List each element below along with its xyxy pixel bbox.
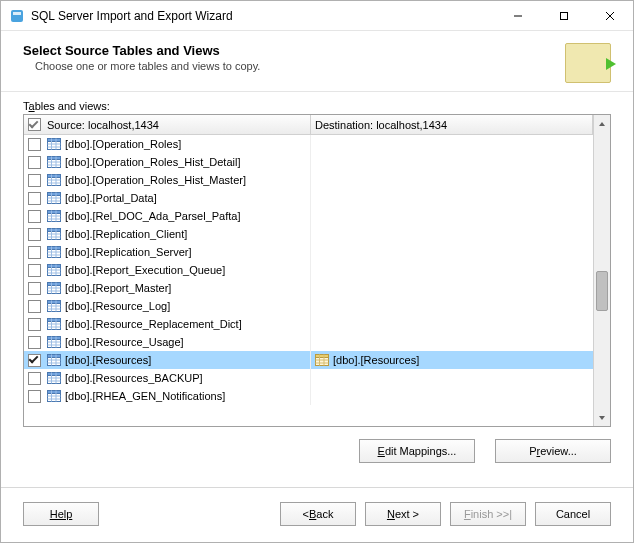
table-row[interactable]: [dbo].[Resources_BACKUP]	[24, 369, 593, 387]
svg-rect-13	[48, 157, 61, 160]
table-row[interactable]: [dbo].[Report_Execution_Queue]	[24, 261, 593, 279]
table-row[interactable]: [dbo].[Operation_Roles]	[24, 135, 593, 153]
row-checkbox[interactable]	[28, 336, 41, 349]
source-cell: [dbo].[Report_Master]	[24, 279, 311, 297]
table-row[interactable]: [dbo].[RHEA_GEN_Notifications]	[24, 387, 593, 405]
tables-views-label: Tables and views:	[23, 100, 611, 112]
row-checkbox[interactable]	[28, 372, 41, 385]
row-checkbox[interactable]	[28, 264, 41, 277]
table-icon	[47, 156, 61, 168]
destination-cell[interactable]	[311, 207, 593, 225]
edit-mappings-button[interactable]: Edit Mappings...	[359, 439, 475, 463]
finish-button[interactable]: Finish >>|	[450, 502, 526, 526]
svg-rect-91	[48, 373, 61, 376]
row-checkbox[interactable]	[28, 318, 41, 331]
row-checkbox[interactable]	[28, 300, 41, 313]
source-cell: [dbo].[Operation_Roles]	[24, 135, 311, 153]
row-checkbox[interactable]	[28, 246, 41, 259]
table-row[interactable]: [dbo].[Resource_Replacement_Dict]	[24, 315, 593, 333]
preview-button[interactable]: Preview...	[495, 439, 611, 463]
scroll-thumb[interactable]	[596, 271, 608, 311]
svg-marker-102	[599, 122, 605, 126]
row-checkbox[interactable]	[28, 156, 41, 169]
svg-rect-31	[48, 211, 61, 214]
select-all-checkbox[interactable]	[28, 118, 41, 131]
scroll-down-button[interactable]	[594, 409, 610, 426]
svg-rect-1	[13, 12, 21, 15]
source-name: [dbo].[Resource_Replacement_Dict]	[65, 318, 242, 330]
source-name: [dbo].[Rel_DOC_Ada_Parsel_Pafta]	[65, 210, 241, 222]
destination-name: [dbo].[Resources]	[333, 354, 419, 366]
table-row[interactable]: [dbo].[Operation_Roles_Hist_Detail]	[24, 153, 593, 171]
table-row[interactable]: [dbo].[Resource_Log]	[24, 297, 593, 315]
close-button[interactable]	[587, 1, 633, 30]
source-cell: [dbo].[Resource_Replacement_Dict]	[24, 315, 311, 333]
source-name: [dbo].[Replication_Client]	[65, 228, 187, 240]
wizard-graphic-icon	[565, 43, 611, 83]
destination-cell[interactable]	[311, 369, 593, 387]
source-name: [dbo].[Resources_BACKUP]	[65, 372, 203, 384]
svg-rect-55	[48, 283, 61, 286]
svg-rect-97	[48, 391, 61, 394]
destination-cell[interactable]	[311, 261, 593, 279]
table-row[interactable]: [dbo].[Replication_Server]	[24, 243, 593, 261]
row-checkbox[interactable]	[28, 390, 41, 403]
scroll-up-button[interactable]	[594, 115, 610, 132]
wizard-footer: Help < Back Next > Finish >>| Cancel	[1, 488, 633, 542]
source-name: [dbo].[Operation_Roles_Hist_Master]	[65, 174, 246, 186]
table-row[interactable]: [dbo].[Portal_Data]	[24, 189, 593, 207]
vertical-scrollbar[interactable]	[593, 115, 610, 426]
table-row[interactable]: [dbo].[Resource_Usage]	[24, 333, 593, 351]
svg-rect-73	[48, 337, 61, 340]
new-table-icon	[315, 354, 329, 366]
back-button[interactable]: < Back	[280, 502, 356, 526]
source-cell: [dbo].[Operation_Roles_Hist_Master]	[24, 171, 311, 189]
row-checkbox[interactable]	[28, 282, 41, 295]
destination-cell[interactable]	[311, 189, 593, 207]
row-checkbox[interactable]	[28, 138, 41, 151]
destination-cell[interactable]	[311, 243, 593, 261]
destination-cell[interactable]	[311, 171, 593, 189]
destination-cell[interactable]	[311, 153, 593, 171]
scroll-track[interactable]	[594, 132, 610, 409]
svg-rect-79	[48, 355, 61, 358]
table-row[interactable]: [dbo].[Resources][dbo].[Resources]	[24, 351, 593, 369]
row-checkbox[interactable]	[28, 174, 41, 187]
source-name: [dbo].[Report_Execution_Queue]	[65, 264, 225, 276]
source-name: [dbo].[Portal_Data]	[65, 192, 157, 204]
destination-cell[interactable]	[311, 315, 593, 333]
table-icon	[47, 210, 61, 222]
svg-rect-7	[48, 139, 61, 142]
destination-cell[interactable]	[311, 279, 593, 297]
row-checkbox[interactable]	[28, 354, 41, 367]
row-checkbox[interactable]	[28, 228, 41, 241]
destination-cell[interactable]	[311, 225, 593, 243]
help-button[interactable]: Help	[23, 502, 99, 526]
row-checkbox[interactable]	[28, 210, 41, 223]
row-checkbox[interactable]	[28, 192, 41, 205]
table-icon	[47, 192, 61, 204]
table-row[interactable]: [dbo].[Rel_DOC_Ada_Parsel_Pafta]	[24, 207, 593, 225]
destination-cell[interactable]: [dbo].[Resources]	[311, 351, 593, 369]
source-column-header[interactable]: Source: localhost,1434	[24, 115, 311, 134]
destination-cell[interactable]	[311, 297, 593, 315]
cancel-button[interactable]: Cancel	[535, 502, 611, 526]
source-cell: [dbo].[RHEA_GEN_Notifications]	[24, 387, 311, 405]
window-title: SQL Server Import and Export Wizard	[31, 9, 495, 23]
next-button[interactable]: Next >	[365, 502, 441, 526]
table-row[interactable]: [dbo].[Report_Master]	[24, 279, 593, 297]
destination-column-header[interactable]: Destination: localhost,1434	[311, 115, 593, 134]
source-cell: [dbo].[Report_Execution_Queue]	[24, 261, 311, 279]
destination-cell[interactable]	[311, 387, 593, 405]
table-row[interactable]: [dbo].[Replication_Client]	[24, 225, 593, 243]
svg-rect-25	[48, 193, 61, 196]
table-row[interactable]: [dbo].[Operation_Roles_Hist_Master]	[24, 171, 593, 189]
minimize-button[interactable]	[495, 1, 541, 30]
maximize-button[interactable]	[541, 1, 587, 30]
source-cell: [dbo].[Resource_Usage]	[24, 333, 311, 351]
table-icon	[47, 246, 61, 258]
source-cell: [dbo].[Operation_Roles_Hist_Detail]	[24, 153, 311, 171]
source-cell: [dbo].[Replication_Client]	[24, 225, 311, 243]
destination-cell[interactable]	[311, 333, 593, 351]
destination-cell[interactable]	[311, 135, 593, 153]
